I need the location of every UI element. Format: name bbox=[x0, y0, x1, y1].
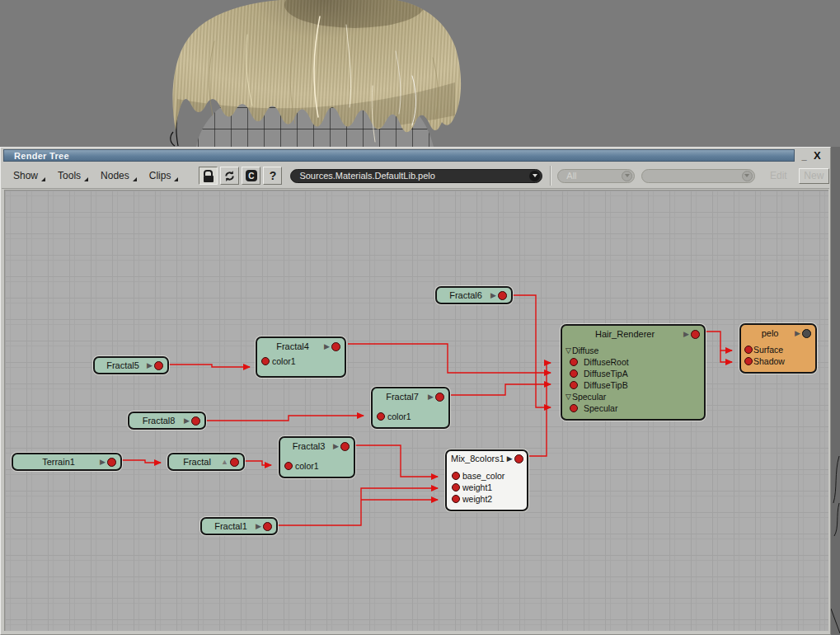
port-dot[interactable] bbox=[570, 369, 578, 378]
menu-clips[interactable]: Clips bbox=[149, 170, 171, 181]
input-port-color1[interactable]: color1 bbox=[280, 459, 354, 473]
port-group-specular[interactable]: ▽Specular bbox=[562, 391, 704, 402]
menubar: Show Tools Nodes Clips bbox=[2, 163, 829, 189]
preview-icon[interactable]: ▶ bbox=[333, 443, 339, 450]
chevron-down-icon bbox=[622, 171, 632, 181]
refresh-icon bbox=[223, 170, 236, 182]
filter-selector-value: All bbox=[566, 171, 622, 181]
output-port[interactable] bbox=[107, 458, 116, 467]
edit-button[interactable]: Edit bbox=[770, 170, 787, 181]
group-collapse-icon[interactable]: ▽ bbox=[565, 393, 571, 401]
clip-button[interactable]: C bbox=[242, 167, 260, 185]
input-port-surface[interactable]: Surface bbox=[741, 344, 815, 355]
menu-dropdown-icon bbox=[84, 177, 88, 181]
node-fractal1[interactable]: Fractal1 ▶ bbox=[200, 517, 278, 535]
node-terrain1[interactable]: Terrain1 ▶ bbox=[12, 453, 122, 471]
3d-viewport-hair-preview bbox=[0, 0, 840, 147]
output-port[interactable] bbox=[191, 416, 200, 426]
preview-icon[interactable]: ▶ bbox=[147, 362, 153, 369]
output-port[interactable] bbox=[802, 329, 811, 338]
input-port-color1[interactable]: color1 bbox=[373, 410, 448, 423]
preview-icon[interactable]: ▶ bbox=[324, 343, 330, 350]
node-fractal7[interactable]: Fractal7 ▶ color1 bbox=[371, 387, 450, 429]
node-fractal4[interactable]: Fractal4 ▶ color1 bbox=[256, 336, 346, 378]
preview-icon[interactable]: ▶ bbox=[184, 417, 190, 425]
preview-icon[interactable]: ▶ bbox=[256, 523, 261, 530]
output-port[interactable] bbox=[514, 454, 523, 463]
input-port-color1[interactable]: color1 bbox=[257, 355, 345, 368]
menu-tools[interactable]: Tools bbox=[58, 170, 81, 181]
output-port[interactable] bbox=[154, 361, 163, 370]
lock-button[interactable] bbox=[199, 167, 218, 185]
warning-icon: ▲ bbox=[221, 459, 228, 466]
input-port-specular[interactable]: Specular bbox=[562, 402, 704, 414]
preview-icon[interactable]: ▶ bbox=[490, 292, 496, 299]
screen: Render Tree _ X Show Tools Nodes Clips bbox=[0, 0, 840, 635]
port-dot[interactable] bbox=[570, 358, 578, 366]
node-fractal5[interactable]: Fractal5 ▶ bbox=[93, 356, 169, 374]
minimize-button[interactable]: _ bbox=[801, 153, 806, 159]
new-button[interactable]: New bbox=[799, 168, 829, 184]
toolbar-divider bbox=[550, 166, 551, 186]
lock-icon bbox=[204, 170, 214, 182]
input-port-weight1[interactable]: weight1 bbox=[447, 482, 527, 493]
input-port-diffusetipa[interactable]: DiffuseTipA bbox=[562, 368, 704, 379]
menu-dropdown-icon bbox=[174, 177, 178, 181]
help-icon: ? bbox=[270, 169, 277, 182]
menu-dropdown-icon bbox=[133, 177, 137, 181]
output-port[interactable] bbox=[331, 342, 340, 351]
preview-icon[interactable]: ▶ bbox=[507, 455, 513, 463]
node-fractal3[interactable]: Fractal3 ▶ color1 bbox=[279, 436, 355, 478]
input-port-diffusetipb[interactable]: DiffuseTipB bbox=[562, 379, 704, 391]
menu-nodes[interactable]: Nodes bbox=[101, 170, 129, 181]
output-port[interactable] bbox=[435, 393, 444, 402]
port-dot[interactable] bbox=[284, 462, 293, 470]
menu-show[interactable]: Show bbox=[13, 170, 38, 181]
port-dot[interactable] bbox=[452, 472, 460, 480]
close-button[interactable]: X bbox=[814, 149, 821, 162]
node-hair-renderer[interactable]: Hair_Renderer ▶ ▽Diffuse DiffuseRoot Dif… bbox=[561, 324, 706, 421]
help-button[interactable]: ? bbox=[263, 167, 282, 185]
chevron-down-icon[interactable] bbox=[529, 171, 540, 181]
node-fractal6[interactable]: Fractal6 ▶ bbox=[435, 286, 513, 304]
node-fractal8[interactable]: Fractal8 ▶ bbox=[128, 412, 206, 430]
input-port-diffuseroot[interactable]: DiffuseRoot bbox=[562, 356, 704, 368]
background-viewport-strip bbox=[831, 147, 840, 635]
preview-icon[interactable]: ▶ bbox=[100, 459, 106, 466]
port-dot[interactable] bbox=[570, 404, 578, 412]
window-titlebar[interactable]: Render Tree _ X bbox=[3, 149, 828, 162]
port-dot[interactable] bbox=[570, 381, 578, 389]
preview-icon[interactable]: ▶ bbox=[428, 393, 434, 401]
output-port[interactable] bbox=[340, 442, 350, 451]
input-port-weight2[interactable]: weight2 bbox=[447, 493, 527, 505]
refresh-button[interactable] bbox=[220, 167, 239, 185]
input-port-shadow[interactable]: Shadow bbox=[741, 355, 815, 367]
group-collapse-icon[interactable]: ▽ bbox=[565, 347, 571, 355]
filter-selector[interactable]: All bbox=[557, 169, 635, 183]
port-dot[interactable] bbox=[744, 346, 753, 354]
window-title: Render Tree bbox=[14, 151, 69, 161]
node-mix-8colors1[interactable]: Mix_8colors1 ▶ base_color weight1 weight… bbox=[445, 449, 528, 511]
output-port[interactable] bbox=[263, 522, 272, 531]
shader-selector[interactable] bbox=[641, 169, 755, 183]
menu-dropdown-icon bbox=[41, 177, 45, 181]
output-port[interactable] bbox=[691, 330, 700, 339]
port-dot[interactable] bbox=[744, 357, 753, 365]
port-group-diffuse[interactable]: ▽Diffuse bbox=[562, 345, 704, 356]
node-pelo[interactable]: pelo ▶ Surface Shadow bbox=[739, 323, 817, 374]
output-port[interactable] bbox=[498, 291, 507, 300]
node-fractal[interactable]: Fractal ▲ bbox=[167, 453, 245, 471]
material-selector[interactable]: Sources.Materials.DefaultLib.pelo bbox=[290, 169, 542, 183]
port-dot[interactable] bbox=[377, 412, 385, 421]
preview-icon[interactable]: ▶ bbox=[683, 331, 689, 338]
input-port-base-color[interactable]: base_color bbox=[447, 470, 527, 482]
preview-icon[interactable]: ▶ bbox=[795, 330, 800, 337]
material-selector-value: Sources.Materials.DefaultLib.pelo bbox=[299, 171, 529, 181]
port-dot[interactable] bbox=[261, 357, 270, 365]
clip-icon: C bbox=[246, 170, 257, 181]
port-dot[interactable] bbox=[452, 495, 460, 503]
port-dot[interactable] bbox=[452, 483, 460, 492]
chevron-down-icon bbox=[742, 171, 753, 181]
output-port[interactable] bbox=[230, 458, 239, 467]
